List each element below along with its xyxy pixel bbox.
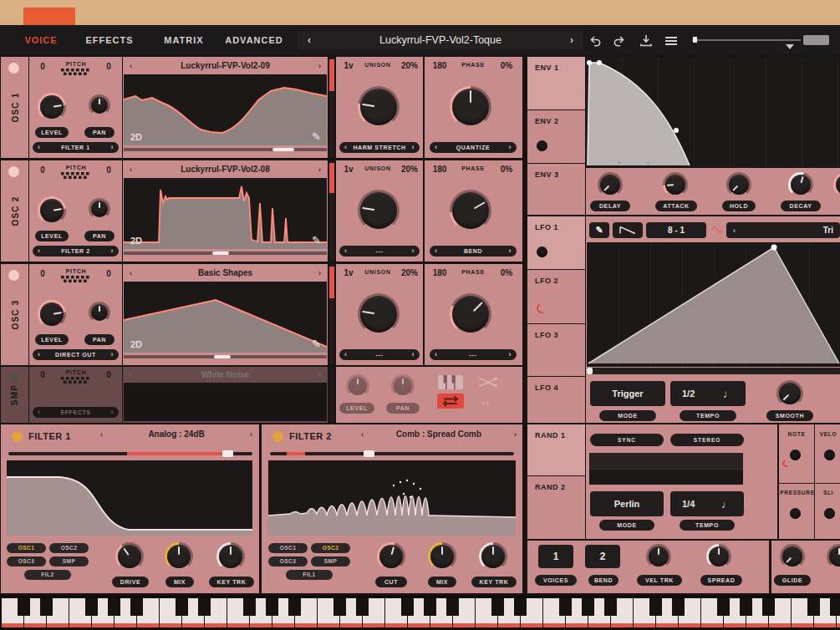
smp-tune-value[interactable]: 0 [99,370,118,379]
osc2-frame-slider[interactable] [124,251,327,255]
menu-icon[interactable] [664,36,678,46]
osc3-unison-voices[interactable]: 1v [339,268,358,277]
smp-pan-knob[interactable] [391,374,415,398]
volume-handle[interactable] [693,37,697,43]
prev-icon[interactable] [38,349,41,360]
filter1-keytrack-knob[interactable] [216,542,245,571]
osc3-tune-value[interactable]: 0 [99,269,118,278]
glide-extra-knob[interactable] [827,544,840,569]
filter1-power-button[interactable] [12,431,23,442]
osc2-phase-value[interactable]: 180 [428,165,451,174]
filter2-cutoff-slider[interactable] [270,452,514,455]
undo-icon[interactable] [588,34,602,47]
lfo-tempo-selector[interactable]: 1/2♩ [670,381,746,406]
filter1-cutoff-slider[interactable] [8,452,252,455]
next-icon[interactable] [110,349,114,360]
osc3-routing-dropdown[interactable]: DIRECT OUT [33,349,119,360]
osc1-phase-value[interactable]: 180 [428,61,451,70]
voices-value[interactable]: 1 [538,545,573,568]
osc3-phase-knob[interactable] [450,293,491,335]
tab-env3[interactable]: ENV 3 [527,164,585,215]
osc2-wavetable-name[interactable]: Luckyrrul-FVP-Vol2-08 [181,165,270,174]
next-icon[interactable] [110,142,114,153]
osc1-wavetable-name[interactable]: Luckyrrul-FVP-Vol2-09 [181,61,270,70]
bend-value[interactable]: 2 [585,545,620,568]
lfo-grid-stepper[interactable]: 8 - 1 [646,222,706,238]
prev-icon[interactable] [130,269,132,277]
osc2-routing-dropdown[interactable]: FILTER 2 [33,246,119,257]
osc1-transpose-value[interactable]: 0 [33,62,52,71]
smp-routing-dropdown[interactable]: EFFECTS [33,407,119,418]
filter2-power-button[interactable] [272,431,283,442]
smp-sample-selector[interactable]: White Noise [123,367,328,382]
next-icon[interactable] [110,407,114,418]
tab-effects[interactable]: EFFECTS [85,25,134,55]
lfo-shape-dropdown[interactable]: Tri [726,222,840,238]
smp-keytrack-icon[interactable] [438,375,463,389]
osc3-frame-slider[interactable] [124,355,327,358]
mod-pressure-knob[interactable] [790,508,801,519]
next-icon[interactable] [508,246,512,257]
prev-icon[interactable] [435,349,438,360]
osc1-phase-knob[interactable] [450,86,491,128]
osc1-pan-knob[interactable] [89,94,110,116]
lfo1-mini-knob[interactable] [537,246,547,257]
filter2-model-dropdown[interactable]: Comb : Spread Comb [361,429,517,439]
master-volume-slider[interactable] [692,39,801,41]
osc1-tune-value[interactable]: 0 [99,62,118,71]
filter1-mix-knob[interactable] [165,542,193,571]
rand-sync-button[interactable]: SYNC [590,434,664,446]
osc3-view-mode[interactable]: 2D [130,339,142,349]
filter2-mix-knob[interactable] [428,542,456,571]
tab-voice[interactable]: VOICE [22,25,60,55]
osc3-unison-knob[interactable] [358,293,400,335]
tab-lfo2[interactable]: LFO 2 [527,270,585,323]
next-icon[interactable] [318,269,321,277]
preset-selector[interactable]: Luckyrrul-FVP-Vol2-Toque [298,31,583,49]
osc1-routing-dropdown[interactable]: FILTER 1 [33,142,119,153]
osc3-spectral-morph-dropdown[interactable]: --- [339,349,420,360]
filter2-keytrack-knob[interactable] [479,542,507,571]
osc2-unison-detune[interactable]: 20% [398,165,421,174]
osc1-wave-morph-dropdown[interactable]: QUANTIZE [430,142,517,153]
osc2-edit-pencil-icon[interactable]: ✎ [312,234,321,246]
osc1-unison-knob[interactable] [358,86,400,128]
prev-icon[interactable] [344,349,348,360]
prev-icon[interactable] [38,407,41,418]
tab-matrix[interactable]: MATRIX [162,25,206,55]
env-delay-knob[interactable] [598,172,623,197]
envelope-display[interactable] [586,57,840,167]
rand-tempo-selector[interactable]: 1/4♩ [670,491,744,516]
smp-transpose-value[interactable]: 0 [33,370,52,379]
env-decay-knob[interactable] [788,172,813,197]
smp-bounce-icon[interactable]: ↔ [480,394,491,408]
prev-icon[interactable] [435,246,438,257]
rand-mode-selector[interactable]: Perlin [590,491,664,516]
smp-loop-button[interactable] [437,394,464,409]
osc2-spectral-morph-dropdown[interactable]: --- [339,246,420,257]
env-hold-knob[interactable] [726,172,751,197]
osc1-frame-slider[interactable] [124,148,327,151]
prev-icon[interactable] [130,165,132,174]
osc3-pan-knob[interactable] [89,302,110,323]
osc2-tune-value[interactable]: 0 [99,165,118,175]
next-icon[interactable] [514,430,517,439]
tab-lfo4[interactable]: LFO 4 [527,377,585,423]
osc2-wavetable-selector[interactable]: Luckyrrul-FVP-Vol2-08 [123,160,328,178]
next-icon[interactable] [318,62,321,70]
osc2-waveform-display[interactable]: 2D ✎ [124,178,327,249]
next-icon[interactable] [250,430,252,439]
preset-next-icon[interactable] [570,34,573,46]
tab-lfo3[interactable]: LFO 3 [527,324,585,376]
filter1-input-fil2[interactable]: FIL2 [24,570,71,580]
osc2-view-mode[interactable]: 2D [130,236,142,246]
env2-mini-knob[interactable] [537,140,547,151]
osc1-edit-pencil-icon[interactable]: ✎ [312,130,321,143]
filter1-drive-knob[interactable] [115,542,144,571]
filter1-input-osc3[interactable]: OSC3 [7,556,46,566]
filter2-response-display[interactable] [268,460,516,536]
osc2-level-knob[interactable] [38,196,66,225]
filter2-input-smp[interactable]: SMP [311,556,350,566]
prev-icon[interactable] [100,430,103,439]
prev-icon[interactable] [344,246,348,257]
